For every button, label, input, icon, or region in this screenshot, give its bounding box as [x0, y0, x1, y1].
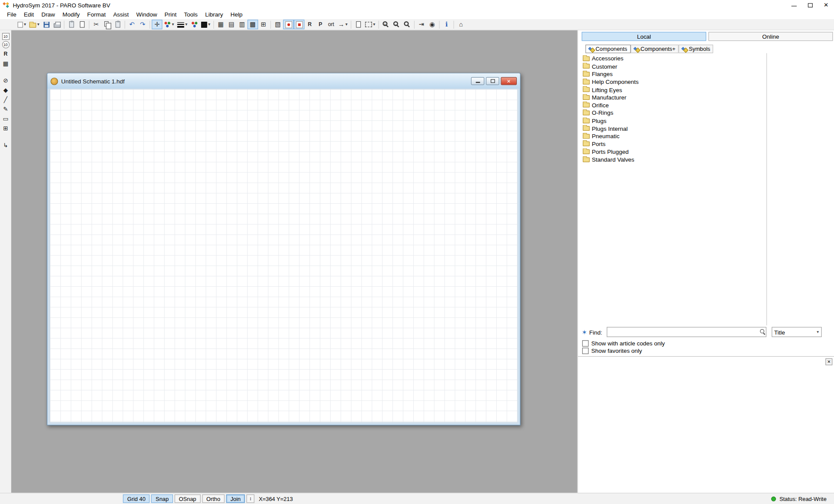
menu-modify[interactable]: Modify — [59, 10, 83, 19]
library-manager-button[interactable]: ⌂ — [455, 20, 466, 29]
tab-components-plus[interactable]: Components+ — [631, 45, 679, 53]
zoom-extents-button[interactable] — [402, 20, 412, 29]
menu-file[interactable]: File — [3, 10, 20, 19]
draw-tool-button[interactable]: ✎ — [1, 105, 10, 113]
folder-item-ports-plugged[interactable]: Ports Plugged — [578, 148, 767, 156]
tab-symbols[interactable]: Symbols — [679, 45, 714, 53]
folder-item-customer[interactable]: Customer — [578, 63, 767, 70]
save-button[interactable] — [41, 20, 51, 29]
menu-assist[interactable]: Assist — [110, 10, 133, 19]
zoom-in-button[interactable]: + — [381, 20, 391, 29]
folder-item-orifice[interactable]: Orifice — [578, 101, 767, 109]
table-tool-button[interactable]: ⊞ — [1, 124, 10, 133]
measure-tool-button[interactable]: ╱ — [1, 95, 10, 104]
folder-item-plugs[interactable]: Plugs — [578, 117, 767, 125]
annotation-dot-button[interactable] — [283, 20, 294, 29]
folder-item-o-rings[interactable]: O-Rings — [578, 109, 767, 117]
folder-icon — [583, 95, 590, 100]
schematic-titlebar[interactable]: Untitled Schematic 1.hdf ✕ — [47, 73, 520, 89]
schematic-minimize-button[interactable] — [471, 77, 485, 85]
annotation-square-button[interactable] — [294, 20, 304, 29]
folder-item-plugs-internal[interactable]: Plugs Internal — [578, 125, 767, 133]
grid-off-button[interactable]: ⊞ — [258, 20, 269, 29]
folder-item-pneumatic[interactable]: Pneumatic — [578, 133, 767, 140]
favorites-checkbox[interactable] — [582, 348, 589, 354]
zoom-out-button[interactable]: − — [391, 20, 402, 29]
grid-toggle-button[interactable]: Grid 40 — [123, 494, 150, 503]
schematic-close-button[interactable]: ✕ — [501, 77, 517, 85]
selection-rect-dropdown[interactable]: ▾ — [364, 20, 377, 29]
search-icon[interactable] — [760, 329, 764, 333]
pen-color-dropdown[interactable]: ▾ — [163, 20, 176, 29]
zoom-extents-icon — [404, 21, 409, 26]
folder-item-standard-valves[interactable]: Standard Valves — [578, 156, 767, 163]
folder-item-help-components[interactable]: Help Components — [578, 78, 767, 86]
grid-dense-button[interactable]: ▩ — [248, 20, 258, 29]
redo-button[interactable]: ↷ — [137, 20, 148, 29]
frame-tool-button[interactable]: ▭ — [1, 114, 10, 123]
folder-item-manufacturer[interactable]: Manufacturer — [578, 93, 767, 101]
grid-medium-button[interactable]: ▤ — [226, 20, 237, 29]
join-toggle-button[interactable]: Join — [226, 494, 245, 503]
find-filter-select[interactable]: Title ▾ — [771, 327, 821, 337]
pointer-mode-button[interactable]: ↕ — [246, 494, 254, 503]
snap-toggle-button[interactable]: Snap — [151, 494, 173, 503]
grid-small-button[interactable]: ▥ — [237, 20, 247, 29]
folder-item-lifting-eyes[interactable]: Lifting Eyes — [578, 86, 767, 93]
undo-button[interactable]: ↶ — [126, 20, 137, 29]
open-file-dropdown[interactable]: ▾ — [28, 20, 41, 29]
balloon-circle-button[interactable]: 10 — [2, 41, 9, 48]
tab-local[interactable]: Local — [581, 32, 706, 41]
menu-draw[interactable]: Draw — [38, 10, 59, 19]
hatch-tool-button[interactable]: ▧ — [272, 20, 283, 29]
tab-online[interactable]: Online — [708, 32, 833, 41]
export-run-button[interactable]: ⇥ — [416, 20, 427, 29]
maximize-button[interactable] — [802, 0, 818, 10]
grid-large-button[interactable]: ▦ — [216, 20, 226, 29]
article-codes-checkbox[interactable] — [582, 340, 589, 347]
close-button[interactable]: ✕ — [818, 0, 834, 10]
sheet-button[interactable] — [353, 20, 363, 29]
export-document-button[interactable] — [76, 20, 87, 29]
pipe-route-button[interactable]: ↳ — [1, 141, 10, 149]
info-button[interactable]: ℹ — [441, 20, 452, 29]
tab-components[interactable]: Components — [585, 45, 631, 53]
port-button[interactable]: P — [315, 20, 326, 29]
menu-format[interactable]: Format — [83, 10, 110, 19]
schematic-canvas[interactable] — [50, 89, 518, 422]
menu-edit[interactable]: Edit — [20, 10, 37, 19]
balloon-note-button[interactable]: 10 — [2, 33, 9, 40]
folder-item-flanges[interactable]: Flanges — [578, 70, 767, 78]
ortho-toggle-button[interactable]: Ortho — [202, 494, 225, 503]
detail-pane-close-button[interactable]: ✕ — [825, 358, 832, 365]
paste-special-button[interactable] — [66, 20, 76, 29]
rotate-button[interactable]: R — [305, 20, 315, 29]
component-tool-button[interactable]: ⊘ — [1, 76, 10, 85]
menu-tools[interactable]: Tools — [180, 10, 202, 19]
paste-button[interactable] — [112, 20, 123, 29]
menu-window[interactable]: Window — [133, 10, 161, 19]
find-input[interactable] — [606, 327, 766, 337]
line-style-dropdown[interactable]: ▾ — [176, 20, 189, 29]
print-button[interactable] — [52, 20, 62, 29]
copy-button[interactable] — [102, 20, 112, 29]
schematic-window[interactable]: Untitled Schematic 1.hdf ✕ — [47, 73, 521, 425]
arrow-tool-dropdown[interactable]: →▾ — [336, 20, 349, 29]
osnap-toggle-button[interactable]: OSnap — [175, 494, 201, 503]
visibility-toggle-button[interactable]: ◉ — [427, 20, 437, 29]
grid-list-button[interactable]: ▦ — [1, 59, 10, 68]
fill-color-button[interactable] — [189, 20, 199, 29]
schematic-maximize-button[interactable] — [486, 77, 499, 85]
menu-help[interactable]: Help — [227, 10, 246, 19]
reference-button[interactable]: R — [1, 50, 10, 58]
node-tool-button[interactable]: ◆ — [1, 86, 10, 94]
menu-library[interactable]: Library — [201, 10, 226, 19]
cut-button[interactable]: ✂ — [91, 20, 101, 29]
folder-item-ports[interactable]: Ports — [578, 140, 767, 148]
menu-print[interactable]: Print — [161, 10, 180, 19]
move-tool-button[interactable]: ✛ — [152, 20, 162, 29]
folder-item-accessories[interactable]: Accessories — [578, 55, 767, 63]
new-document-dropdown[interactable]: ▾ — [16, 20, 28, 29]
color-picker-dropdown[interactable]: ▾ — [199, 20, 212, 29]
minimize-button[interactable] — [786, 0, 802, 10]
